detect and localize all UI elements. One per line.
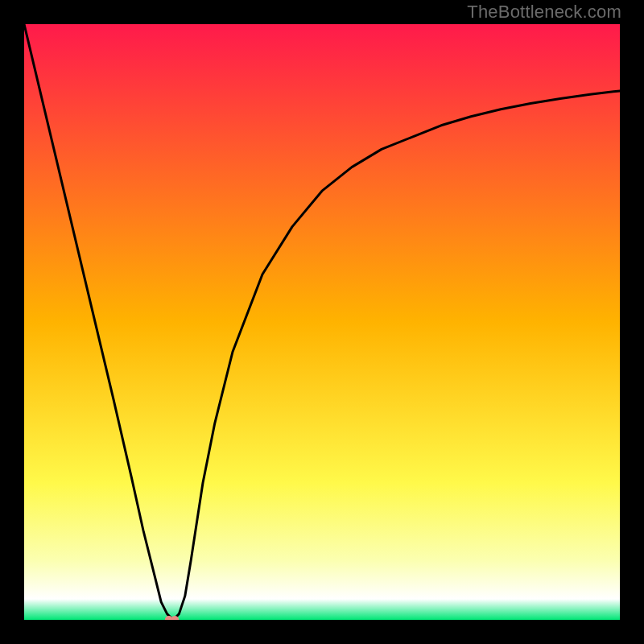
watermark-text: TheBottleneck.com [467, 2, 621, 23]
chart-container: TheBottleneck.com [0, 0, 644, 644]
plot-area [24, 24, 620, 620]
gradient-background [24, 24, 620, 620]
chart-svg [24, 24, 620, 620]
